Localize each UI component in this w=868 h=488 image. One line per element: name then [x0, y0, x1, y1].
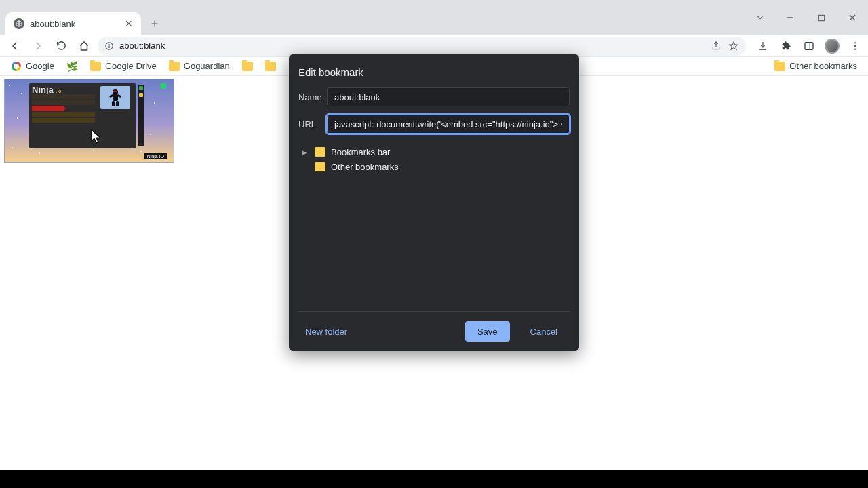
- bookmark-goguardian[interactable]: Goguardian: [165, 60, 234, 73]
- reload-button[interactable]: [52, 37, 71, 56]
- thumb-subtitle: .io: [54, 89, 61, 94]
- browser-tab[interactable]: about:blank ✕: [5, 12, 141, 35]
- back-button[interactable]: [5, 37, 24, 56]
- bookmark-tree[interactable]: 🌿: [62, 60, 82, 73]
- thumb-badge: Ninja IO: [144, 153, 167, 159]
- folder-icon: [265, 62, 276, 71]
- ninja-icon: [100, 86, 130, 109]
- close-window-button[interactable]: [837, 7, 868, 28]
- thumb-title: Ninja: [32, 85, 54, 95]
- minimize-button[interactable]: [774, 7, 806, 28]
- folder-icon: [242, 62, 253, 71]
- url-input[interactable]: [327, 115, 570, 134]
- download-icon[interactable]: [755, 39, 770, 54]
- address-text: about:blank: [119, 41, 165, 51]
- menu-icon[interactable]: [848, 39, 863, 54]
- avatar[interactable]: [825, 39, 840, 54]
- play-button-thumb: [32, 106, 64, 111]
- chevron-down-icon[interactable]: [746, 7, 774, 28]
- maximize-button[interactable]: [806, 7, 837, 28]
- bookmark-other[interactable]: Other bookmarks: [770, 60, 861, 73]
- save-button[interactable]: Save: [465, 321, 510, 342]
- svg-point-11: [113, 89, 118, 95]
- bookmark-google[interactable]: Google: [7, 60, 58, 73]
- address-bar[interactable]: about:blank: [98, 37, 746, 56]
- name-input[interactable]: [327, 87, 570, 106]
- folder-icon: [90, 62, 101, 71]
- share-icon[interactable]: [711, 41, 722, 52]
- google-icon: [12, 62, 21, 71]
- star-icon[interactable]: [728, 41, 739, 52]
- toolbar-right: [755, 39, 863, 54]
- bottom-bar: [0, 470, 868, 488]
- svg-rect-15: [112, 101, 115, 106]
- dialog-title: Edit bookmark: [298, 66, 570, 78]
- new-tab-button[interactable]: [145, 14, 164, 33]
- folder-icon: [315, 147, 326, 157]
- url-label: URL: [298, 119, 327, 129]
- svg-point-5: [854, 42, 856, 43]
- cursor-icon: [90, 129, 102, 144]
- svg-rect-16: [116, 101, 119, 106]
- folder-other-bookmarks[interactable]: Other bookmarks: [298, 159, 570, 174]
- close-tab-icon[interactable]: ✕: [125, 18, 133, 29]
- bookmark-google-drive[interactable]: Google Drive: [86, 60, 161, 73]
- svg-point-6: [854, 45, 856, 46]
- new-folder-button[interactable]: New folder: [298, 323, 354, 341]
- tab-title: about:blank: [30, 19, 119, 29]
- folder-icon: [315, 162, 326, 171]
- image-thumbnail[interactable]: Ninja.io Ninja IO: [4, 79, 174, 163]
- side-panel-icon[interactable]: [802, 39, 816, 54]
- name-label: Name: [298, 92, 327, 102]
- extensions-icon[interactable]: [778, 39, 793, 54]
- folder-bookmarks-bar[interactable]: ▸ Bookmarks bar: [298, 144, 570, 159]
- folder-icon: [169, 62, 180, 71]
- cancel-button[interactable]: Cancel: [518, 321, 570, 342]
- tree-icon: 🌿: [66, 61, 78, 72]
- svg-rect-4: [805, 42, 813, 49]
- bookmark-folder[interactable]: [238, 60, 257, 73]
- svg-rect-12: [113, 94, 118, 101]
- svg-point-3: [108, 44, 109, 45]
- svg-rect-1: [818, 15, 824, 20]
- window-controls: [746, 0, 868, 35]
- folder-tree: ▸ Bookmarks bar Other bookmarks: [298, 144, 570, 304]
- home-button[interactable]: [75, 37, 94, 56]
- info-icon: [104, 41, 114, 51]
- svg-point-7: [854, 48, 856, 49]
- globe-icon: [14, 18, 24, 29]
- chevron-right-icon[interactable]: ▸: [302, 147, 309, 157]
- folder-icon: [774, 62, 785, 71]
- edit-bookmark-dialog: Edit bookmark Name URL ▸ Bookmarks bar O…: [289, 54, 579, 351]
- bookmark-folder[interactable]: [261, 60, 280, 73]
- forward-button[interactable]: [28, 37, 47, 56]
- tab-strip: about:blank ✕: [0, 0, 868, 35]
